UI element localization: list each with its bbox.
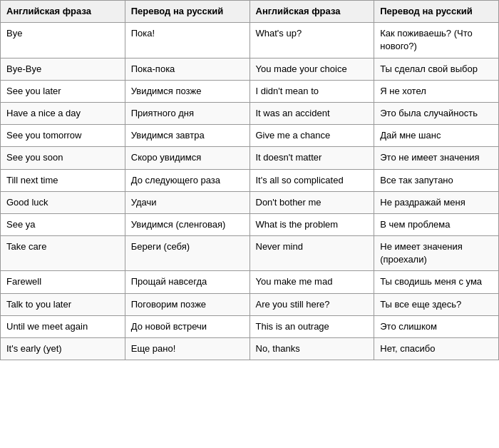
table-cell: Поговорим позже [125, 293, 250, 315]
table-cell: Береги (себя) [125, 236, 250, 271]
table-cell: You made your choice [250, 58, 374, 80]
table-cell: It's all so complicated [250, 169, 374, 191]
table-cell: Talk to you later [1, 293, 125, 315]
table-cell: You make me mad [250, 271, 374, 293]
table-row: See you soonСкоро увидимсяIt doesn't mat… [1, 147, 499, 169]
header-row: Английская фразаПеревод на русскийАнглий… [1, 1, 499, 23]
table-row: Until we meet againДо новой встречиThis … [1, 315, 499, 337]
table-cell: See you later [1, 80, 125, 102]
table-cell: See ya [1, 213, 125, 235]
table-cell: Ты сделал свой выбор [374, 58, 499, 80]
table-cell: Farewell [1, 271, 125, 293]
table-cell: Скоро увидимся [125, 147, 250, 169]
phrases-table: Английская фразаПеревод на русскийАнглий… [0, 0, 499, 360]
table-cell: Пока! [125, 23, 250, 58]
table-row: See you tomorrowУвидимся завтраGive me a… [1, 125, 499, 147]
column-header: Английская фраза [1, 1, 125, 23]
table-cell: Увидимся завтра [125, 125, 250, 147]
table-cell: What is the problem [250, 213, 374, 235]
table-cell: До новой встречи [125, 315, 250, 337]
table-cell: See you tomorrow [1, 125, 125, 147]
table-cell: This is an outrage [250, 315, 374, 337]
table-row: Till next timeДо следующего разаIt's all… [1, 169, 499, 191]
column-header: Перевод на русский [125, 1, 250, 23]
table-cell: Увидимся позже [125, 80, 250, 102]
table-cell: Еще рано! [125, 338, 250, 360]
table-row: Good luckУдачиDon't bother meНе раздража… [1, 191, 499, 213]
table-cell: It's early (yet) [1, 338, 125, 360]
table-cell: Good luck [1, 191, 125, 213]
table-cell: Never mind [250, 236, 374, 271]
table-cell: Till next time [1, 169, 125, 191]
table-row: FarewellПрощай навсегдаYou make me madТы… [1, 271, 499, 293]
table-cell: Are you still here? [250, 293, 374, 315]
table-row: See you laterУвидимся позжеI didn't mean… [1, 80, 499, 102]
table-row: Bye-ByeПока-покаYou made your choiceТы с… [1, 58, 499, 80]
table-cell: Увидимся (сленговая) [125, 213, 250, 235]
table-cell: Give me a chance [250, 125, 374, 147]
table-cell: Как поживаешь? (Что нового?) [374, 23, 499, 58]
table-cell: Не раздражай меня [374, 191, 499, 213]
table-cell: Не имеет значения (проехали) [374, 236, 499, 271]
table-cell: Я не хотел [374, 80, 499, 102]
table-cell: Нет, спасибо [374, 338, 499, 360]
table-cell: See you soon [1, 147, 125, 169]
table-cell: Пока-пока [125, 58, 250, 80]
table-cell: В чем проблема [374, 213, 499, 235]
table-cell: Bye-Bye [1, 58, 125, 80]
table-cell: Приятного дня [125, 102, 250, 124]
table-row: Talk to you laterПоговорим позжеAre you … [1, 293, 499, 315]
table-cell: Удачи [125, 191, 250, 213]
table-cell: No, thanks [250, 338, 374, 360]
table-row: Take careБереги (себя)Never mindНе имеет… [1, 236, 499, 271]
table-cell: Ты все еще здесь? [374, 293, 499, 315]
table-cell: Bye [1, 23, 125, 58]
table-cell: Until we meet again [1, 315, 125, 337]
table-cell: Take care [1, 236, 125, 271]
table-cell: Все так запутано [374, 169, 499, 191]
table-cell: Это слишком [374, 315, 499, 337]
column-header: Перевод на русский [374, 1, 499, 23]
table-cell: До следующего раза [125, 169, 250, 191]
table-cell: Дай мне шанс [374, 125, 499, 147]
table-cell: It was an accident [250, 102, 374, 124]
table-row: Have a nice a dayПриятного дняIt was an … [1, 102, 499, 124]
table-cell: What's up? [250, 23, 374, 58]
table-cell: It doesn't matter [250, 147, 374, 169]
table-cell: I didn't mean to [250, 80, 374, 102]
table-row: It's early (yet)Еще рано!No, thanksНет, … [1, 338, 499, 360]
table-row: See yaУвидимся (сленговая)What is the pr… [1, 213, 499, 235]
table-cell: Ты сводишь меня с ума [374, 271, 499, 293]
table-cell: Don't bother me [250, 191, 374, 213]
table-cell: Это была случайность [374, 102, 499, 124]
table-row: ByeПока!What's up?Как поживаешь? (Что но… [1, 23, 499, 58]
table-cell: Прощай навсегда [125, 271, 250, 293]
table-cell: Have a nice a day [1, 102, 125, 124]
column-header: Английская фраза [250, 1, 374, 23]
table-cell: Это не имеет значения [374, 147, 499, 169]
